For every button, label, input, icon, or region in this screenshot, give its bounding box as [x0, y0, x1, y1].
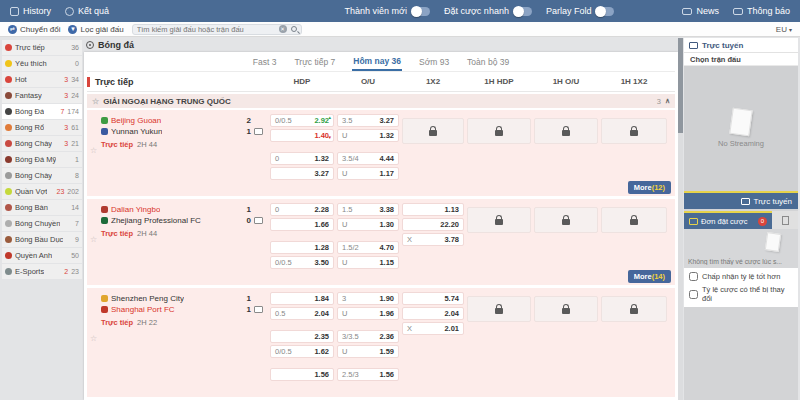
history-button[interactable]: History: [10, 6, 51, 16]
scrollbar-thumb[interactable]: [678, 38, 683, 133]
sidebar-item-hot[interactable]: Hot334: [2, 72, 82, 87]
live-stream-button[interactable]: Trực tuyến: [684, 193, 798, 209]
betslip-tab[interactable]: Đơn đặt cược 0: [684, 211, 772, 229]
hdp-column-cell[interactable]: 1.56: [270, 368, 334, 381]
locked-odds-cell: [534, 118, 598, 144]
ou-column-cell[interactable]: U1.15: [337, 256, 399, 269]
sidebar-item-label: Bóng Đá Mỹ: [15, 155, 56, 164]
tickets-tab[interactable]: [772, 211, 798, 229]
ou-column-cell[interactable]: 3/3.52.36: [337, 330, 399, 343]
match-favorite-star-icon[interactable]: ☆: [90, 146, 97, 155]
hdp-column-cell[interactable]: 3.27: [270, 167, 334, 180]
filter-leagues-button[interactable]: ▼ Lọc giải đấu: [68, 25, 123, 34]
checkbox-chap-nhan-ty-le-tot-hon[interactable]: [689, 272, 698, 281]
x12-column-cell[interactable]: X3.78: [402, 233, 464, 246]
hdp-column-cell[interactable]: 0/0.51.62: [270, 345, 334, 358]
toggle-switch-thanh-vien-moi[interactable]: [412, 7, 430, 16]
league-favorite-star-icon[interactable]: ☆: [92, 97, 99, 106]
hdp-column-cell[interactable]: 01.32: [270, 152, 334, 165]
ou-column-cell[interactable]: 3.53.27: [337, 114, 399, 127]
1h-x12-column: [601, 288, 667, 383]
notifications-button[interactable]: Thông báo: [733, 6, 790, 16]
tab-toan-bo[interactable]: Toàn bộ 39: [466, 53, 510, 70]
sidebar-item-fantasy[interactable]: Fantasy324: [2, 88, 82, 103]
hdp-column-cell[interactable]: 02.28: [270, 203, 334, 216]
league-header[interactable]: ☆ GIẢI NGOẠI HẠNG TRUNG QUỐC 3 ∧: [87, 94, 675, 108]
collapse-chevron-icon[interactable]: ∧: [665, 97, 670, 105]
stats-tv-icon[interactable]: [254, 128, 263, 135]
hdp-column-cell[interactable]: 2.35: [270, 330, 334, 343]
tab-som[interactable]: Sớm 93: [418, 53, 450, 70]
hdp-column-cell[interactable]: 0.52.04: [270, 307, 334, 320]
search-input[interactable]: [137, 25, 275, 34]
clear-search-icon[interactable]: ✕: [279, 25, 287, 33]
sidebar-item-yeu-thich[interactable]: Yêu thích0: [2, 56, 82, 71]
away-team-crest-icon: [101, 306, 108, 313]
more-markets-button[interactable]: More(14): [628, 270, 671, 283]
sidebar-item-bong-a[interactable]: Bóng Đá7174: [2, 104, 82, 119]
sidebar-item-quyen-anh[interactable]: Quyền Anh50: [2, 248, 82, 263]
tab-hom-nay[interactable]: Hôm nay 36: [352, 52, 402, 71]
convert-button[interactable]: ⇄ Chuyển đổi: [8, 25, 60, 34]
sidebar-item-truc-tiep[interactable]: Trực tiếp36: [2, 40, 82, 55]
ou-column-cell[interactable]: U1.17: [337, 167, 399, 180]
x12-column-cell[interactable]: 22.20: [402, 218, 464, 231]
sidebar-item-label: Bóng Đá: [15, 107, 44, 116]
ou-column-cell[interactable]: U1.30: [337, 218, 399, 231]
ou-column-cell[interactable]: U1.59: [337, 345, 399, 358]
toggle-knob: [513, 6, 524, 17]
hdp-column-cell[interactable]: 1.66: [270, 218, 334, 231]
x12-column-cell[interactable]: X2.01: [402, 322, 464, 335]
match-info[interactable]: Beijing Guoan2Yunnan Yukun1Trực tiếp2H 4…: [87, 110, 267, 182]
hdp-column-cell[interactable]: 1.84: [270, 292, 334, 305]
ou-column-cell[interactable]: 31.90: [337, 292, 399, 305]
sidebar-item-bong-bau-duc[interactable]: Bóng Bầu Dục9: [2, 232, 82, 247]
more-markets-button[interactable]: More(12): [628, 181, 671, 194]
match-info[interactable]: Shenzhen Peng City1Shanghai Port FC1Trực…: [87, 288, 267, 383]
tab-truc-tiep[interactable]: Trực tiếp 7: [293, 53, 336, 70]
odds-format-select[interactable]: EU ▾: [776, 25, 792, 34]
sidebar-item-bong-a-my[interactable]: Bóng Đá Mỹ1: [2, 152, 82, 167]
ou-column-cell[interactable]: 2.5/31.56: [337, 368, 399, 381]
ou-column-cell[interactable]: 1.5/24.70: [337, 241, 399, 254]
ou-column-cell[interactable]: 1.53.38: [337, 203, 399, 216]
sidebar-item-quan-vot[interactable]: Quần Vợt23202: [2, 184, 82, 199]
vertical-scrollbar[interactable]: [678, 38, 683, 400]
ou-column-cell[interactable]: U1.32: [337, 129, 399, 142]
sidebar-item-bong-chay[interactable]: Bóng Chày321: [2, 136, 82, 151]
x12-column-cell[interactable]: 1.13: [402, 203, 464, 216]
hdp-column-cell[interactable]: 0/0.53.50: [270, 256, 334, 269]
hdp-column-cell[interactable]: 1.28: [270, 241, 334, 254]
sidebar-item-bong-chay[interactable]: Bóng Chày8: [2, 168, 82, 183]
search-icon[interactable]: [291, 26, 297, 32]
boxing-icon: [5, 252, 12, 259]
tab-fast[interactable]: Fast 3: [252, 53, 278, 70]
stats-tv-icon[interactable]: [254, 306, 263, 313]
toggle-at-cuoc-nhanh: Đặt cược nhanh: [444, 6, 532, 16]
ou-column-cell[interactable]: U1.96: [337, 307, 399, 320]
odds-value: 1.15: [379, 258, 394, 267]
toggle-switch-parlay-fold[interactable]: [596, 7, 614, 16]
sidebar-item-bong-ro[interactable]: Bóng Rổ361: [2, 120, 82, 135]
hdp-column-cell[interactable]: 0/0.52.92▲: [270, 114, 334, 127]
sidebar-item-e-sports[interactable]: E-Sports223: [2, 264, 82, 279]
match-favorite-star-icon[interactable]: ☆: [90, 235, 97, 244]
toggle-switch-at-cuoc-nhanh[interactable]: [514, 7, 532, 16]
stats-tv-icon[interactable]: [254, 217, 263, 224]
match-info[interactable]: Dalian Yingbo1Zhejiang Professional FC0T…: [87, 199, 267, 271]
sidebar-item-bong-ban[interactable]: Bóng Bàn14: [2, 200, 82, 215]
match-favorite-star-icon[interactable]: ☆: [90, 334, 97, 343]
x12-column-cell[interactable]: 2.04: [402, 307, 464, 320]
betslip-tabs: Đơn đặt cược 0: [684, 211, 798, 229]
away-score: 0: [241, 216, 251, 225]
news-button[interactable]: News: [682, 6, 719, 16]
x12-column-cell[interactable]: 5.74: [402, 292, 464, 305]
sidebar-item-bong-chuyen[interactable]: Bóng Chuyền7: [2, 216, 82, 231]
lock-icon: [495, 219, 503, 225]
league-match-count: 3: [657, 97, 661, 106]
results-button[interactable]: Kết quả: [65, 6, 109, 16]
checkbox-ty-le-cuoc-co-the-bi-thay-oi[interactable]: [689, 290, 698, 299]
toggle-parlay-fold: Parlay Fold: [546, 6, 615, 16]
ou-column-cell[interactable]: 3.5/44.44: [337, 152, 399, 165]
hdp-column-cell[interactable]: 1.40▼: [270, 129, 334, 142]
